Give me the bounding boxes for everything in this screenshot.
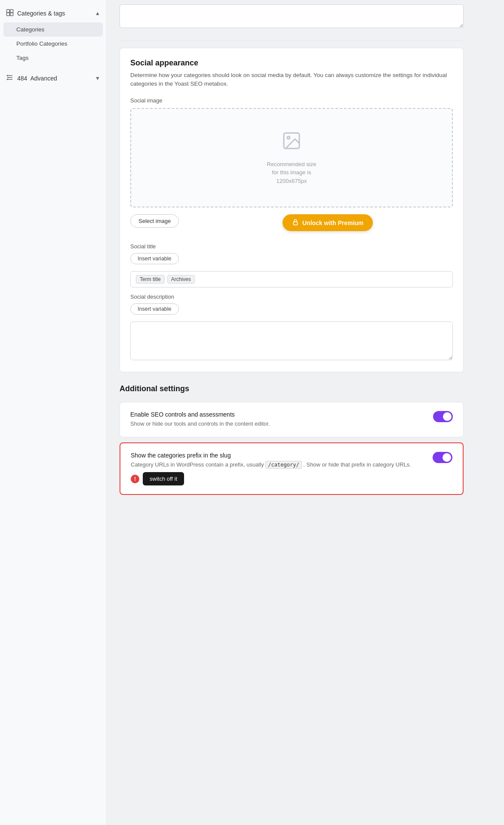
lock-icon (292, 219, 299, 227)
categories-tags-icon (6, 9, 14, 18)
social-image-label: Social image (130, 97, 453, 104)
additional-settings-title: Additional settings (120, 384, 464, 393)
chevron-down-icon: ▼ (95, 75, 100, 81)
switch-off-tooltip: switch off it (143, 472, 184, 485)
slug-prefix-card: Show the categories prefix in the slug C… (120, 442, 464, 495)
image-placeholder-icon (281, 130, 302, 155)
social-description-textarea[interactable] (130, 321, 453, 360)
top-textarea-field[interactable] (120, 4, 464, 28)
social-title-insert-variable-btn[interactable]: Insert variable (130, 253, 179, 264)
svg-point-7 (7, 75, 8, 76)
social-title-input[interactable] (197, 276, 447, 283)
image-rec-text: Recommended size for this image is 1200x… (267, 160, 317, 185)
image-action-row: Select image Unlock with Premium (130, 214, 453, 235)
svg-rect-3 (10, 13, 13, 16)
seo-controls-text: Enable SEO controls and assessments Show… (130, 411, 426, 428)
main-content: Social appearance Determine how your cat… (107, 0, 476, 825)
slug-prefix-code: /category/ (265, 461, 301, 469)
slug-prefix-label: Show the categories prefix in the slug (131, 452, 426, 459)
sidebar: Categories & tags ▲ Categories Portfolio… (0, 0, 107, 825)
seo-controls-card: Enable SEO controls and assessments Show… (120, 402, 464, 437)
chevron-up-icon: ▲ (95, 10, 100, 16)
sidebar-item-categories[interactable]: Categories (3, 22, 103, 37)
tag-chip-term-title: Term title (136, 275, 165, 284)
social-appearance-desc: Determine how your categories should loo… (130, 71, 453, 89)
seo-controls-label: Enable SEO controls and assessments (130, 411, 426, 418)
social-image-placeholder: Recommended size for this image is 1200x… (130, 108, 453, 208)
sidebar-section-categories-tags-label: Categories & tags (17, 10, 65, 17)
unlock-premium-button[interactable]: Unlock with Premium (283, 214, 373, 231)
seo-controls-row: Enable SEO controls and assessments Show… (130, 411, 453, 428)
advanced-icon (6, 74, 14, 83)
sidebar-section-categories-tags[interactable]: Categories & tags ▲ (0, 4, 106, 22)
seo-controls-desc: Show or hide our tools and controls in t… (130, 420, 426, 428)
select-image-button[interactable]: Select image (130, 214, 179, 228)
social-desc-insert-variable-btn[interactable]: Insert variable (130, 303, 179, 315)
slug-prefix-toggle[interactable]: ✓ (433, 452, 452, 463)
tag-chip-archives: Archives (167, 275, 195, 284)
social-title-tags-input[interactable]: Term title Archives (130, 271, 453, 287)
error-badge: ! (131, 475, 139, 483)
sidebar-item-tags[interactable]: Tags (0, 51, 106, 65)
svg-rect-2 (7, 13, 10, 16)
sidebar-item-portfolio-categories[interactable]: Portfolio Categories (0, 37, 106, 51)
social-title-label: Social title (130, 243, 453, 250)
social-appearance-card: Social appearance Determine how your cat… (120, 48, 464, 372)
svg-rect-12 (293, 222, 297, 225)
slug-prefix-text: Show the categories prefix in the slug C… (131, 452, 426, 486)
tooltip-row: ! switch off it (131, 472, 426, 485)
social-description-label: Social description (130, 294, 453, 300)
svg-rect-1 (10, 9, 13, 12)
sidebar-section-advanced-label: 484 Advanced (17, 75, 57, 82)
sidebar-section-advanced[interactable]: 484 Advanced ▼ (0, 69, 106, 87)
svg-point-9 (7, 79, 8, 80)
svg-point-11 (287, 136, 290, 139)
svg-point-8 (7, 77, 9, 78)
slug-prefix-desc: Category URLs in WordPress contain a pre… (131, 460, 426, 469)
social-appearance-title: Social appearance (130, 59, 453, 68)
seo-controls-toggle[interactable]: ✓ (433, 411, 453, 422)
slug-prefix-row: Show the categories prefix in the slug C… (131, 452, 452, 486)
svg-rect-0 (7, 9, 10, 12)
